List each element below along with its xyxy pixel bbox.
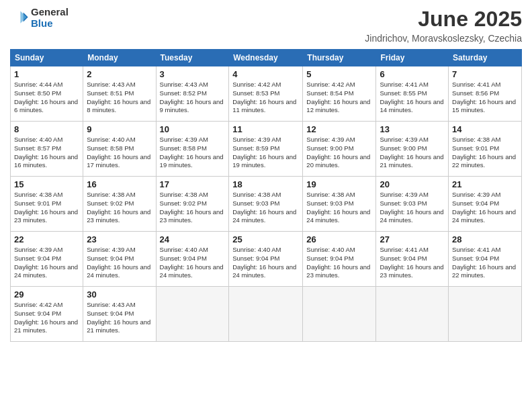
- logo-general: General: [31, 7, 69, 18]
- title-block: June 2025 Jindrichov, Moravskoslezsky, C…: [365, 7, 522, 44]
- col-monday: Monday: [83, 50, 156, 66]
- day-number: 1: [14, 69, 79, 79]
- day-info: Sunrise: 4:40 AM Sunset: 9:04 PM Dayligh…: [232, 246, 299, 280]
- day-info: Sunrise: 4:38 AM Sunset: 9:03 PM Dayligh…: [306, 191, 372, 225]
- day-number: 11: [232, 124, 299, 134]
- day-number: 22: [14, 234, 79, 244]
- calendar-cell: 30 Sunrise: 4:43 AM Sunset: 9:04 PM Dayl…: [83, 287, 156, 342]
- day-number: 20: [380, 179, 445, 189]
- logo-text: General Blue: [31, 7, 69, 29]
- day-info: Sunrise: 4:38 AM Sunset: 9:02 PM Dayligh…: [160, 191, 226, 225]
- day-info: Sunrise: 4:39 AM Sunset: 9:04 PM Dayligh…: [14, 246, 79, 280]
- calendar-cell: 2 Sunrise: 4:43 AM Sunset: 8:51 PM Dayli…: [83, 66, 156, 122]
- day-number: 24: [160, 234, 226, 244]
- calendar-cell: 26 Sunrise: 4:40 AM Sunset: 9:04 PM Dayl…: [303, 232, 376, 287]
- day-number: 16: [87, 179, 152, 189]
- day-info: Sunrise: 4:38 AM Sunset: 9:02 PM Dayligh…: [87, 191, 152, 225]
- month-title: June 2025: [365, 7, 522, 32]
- calendar-cell: 7 Sunrise: 4:41 AM Sunset: 8:56 PM Dayli…: [449, 66, 522, 122]
- calendar-cell: 29 Sunrise: 4:42 AM Sunset: 9:04 PM Dayl…: [11, 287, 83, 342]
- calendar-cell: 28 Sunrise: 4:41 AM Sunset: 9:04 PM Dayl…: [449, 232, 522, 287]
- day-info: Sunrise: 4:42 AM Sunset: 8:54 PM Dayligh…: [306, 81, 372, 115]
- calendar-cell: 23 Sunrise: 4:39 AM Sunset: 9:04 PM Dayl…: [83, 232, 156, 287]
- day-info: Sunrise: 4:39 AM Sunset: 9:04 PM Dayligh…: [452, 191, 518, 225]
- col-tuesday: Tuesday: [156, 50, 229, 66]
- day-number: 6: [380, 69, 445, 79]
- calendar-cell: 27 Sunrise: 4:41 AM Sunset: 9:04 PM Dayl…: [376, 232, 449, 287]
- calendar-cell: 21 Sunrise: 4:39 AM Sunset: 9:04 PM Dayl…: [449, 177, 522, 232]
- day-number: 4: [232, 69, 299, 79]
- col-thursday: Thursday: [303, 50, 376, 66]
- calendar-cell: 18 Sunrise: 4:38 AM Sunset: 9:03 PM Dayl…: [229, 177, 303, 232]
- calendar-cell: 8 Sunrise: 4:40 AM Sunset: 8:57 PM Dayli…: [11, 122, 83, 177]
- day-number: 9: [87, 124, 152, 134]
- day-number: 30: [87, 289, 152, 300]
- day-number: 2: [87, 69, 152, 79]
- calendar-cell: [376, 287, 449, 342]
- calendar-cell: 13 Sunrise: 4:39 AM Sunset: 9:00 PM Dayl…: [376, 122, 449, 177]
- day-info: Sunrise: 4:42 AM Sunset: 9:04 PM Dayligh…: [14, 301, 79, 335]
- day-info: Sunrise: 4:42 AM Sunset: 8:53 PM Dayligh…: [232, 81, 299, 115]
- calendar-cell: [303, 287, 376, 342]
- day-number: 25: [232, 234, 299, 244]
- day-info: Sunrise: 4:39 AM Sunset: 8:58 PM Dayligh…: [160, 136, 226, 170]
- calendar-cell: 20 Sunrise: 4:39 AM Sunset: 9:03 PM Dayl…: [376, 177, 449, 232]
- day-number: 19: [306, 179, 372, 189]
- col-saturday: Saturday: [449, 50, 522, 66]
- calendar-cell: 11 Sunrise: 4:39 AM Sunset: 8:59 PM Dayl…: [229, 122, 303, 177]
- day-info: Sunrise: 4:38 AM Sunset: 9:01 PM Dayligh…: [452, 136, 518, 170]
- page: General Blue June 2025 Jindrichov, Morav…: [0, 0, 532, 411]
- header: General Blue June 2025 Jindrichov, Morav…: [10, 7, 522, 44]
- day-number: 5: [306, 69, 372, 79]
- day-number: 8: [14, 124, 79, 134]
- calendar-week-row: 22 Sunrise: 4:39 AM Sunset: 9:04 PM Dayl…: [11, 232, 522, 287]
- day-number: 29: [14, 289, 79, 300]
- logo-icon: [10, 9, 29, 28]
- calendar-week-row: 15 Sunrise: 4:38 AM Sunset: 9:01 PM Dayl…: [11, 177, 522, 232]
- calendar-header-row: Sunday Monday Tuesday Wednesday Thursday…: [11, 50, 522, 66]
- day-info: Sunrise: 4:40 AM Sunset: 9:04 PM Dayligh…: [306, 246, 372, 280]
- calendar-cell: 12 Sunrise: 4:39 AM Sunset: 9:00 PM Dayl…: [303, 122, 376, 177]
- day-info: Sunrise: 4:43 AM Sunset: 8:52 PM Dayligh…: [160, 81, 226, 115]
- day-info: Sunrise: 4:39 AM Sunset: 9:04 PM Dayligh…: [87, 246, 152, 280]
- col-wednesday: Wednesday: [229, 50, 303, 66]
- day-number: 15: [14, 179, 79, 189]
- calendar-cell: 22 Sunrise: 4:39 AM Sunset: 9:04 PM Dayl…: [11, 232, 83, 287]
- day-info: Sunrise: 4:40 AM Sunset: 8:57 PM Dayligh…: [14, 136, 79, 170]
- day-number: 12: [306, 124, 372, 134]
- calendar-cell: 19 Sunrise: 4:38 AM Sunset: 9:03 PM Dayl…: [303, 177, 376, 232]
- day-info: Sunrise: 4:41 AM Sunset: 8:55 PM Dayligh…: [380, 81, 445, 115]
- day-number: 7: [452, 69, 518, 79]
- day-number: 23: [87, 234, 152, 244]
- location-title: Jindrichov, Moravskoslezsky, Czechia: [365, 33, 522, 44]
- calendar-cell: 6 Sunrise: 4:41 AM Sunset: 8:55 PM Dayli…: [376, 66, 449, 122]
- day-info: Sunrise: 4:39 AM Sunset: 9:00 PM Dayligh…: [306, 136, 372, 170]
- col-friday: Friday: [376, 50, 449, 66]
- logo-blue: Blue: [31, 18, 69, 30]
- day-number: 14: [452, 124, 518, 134]
- day-number: 18: [232, 179, 299, 189]
- calendar-cell: [156, 287, 229, 342]
- day-info: Sunrise: 4:43 AM Sunset: 8:51 PM Dayligh…: [87, 81, 152, 115]
- calendar-week-row: 8 Sunrise: 4:40 AM Sunset: 8:57 PM Dayli…: [11, 122, 522, 177]
- day-info: Sunrise: 4:39 AM Sunset: 9:03 PM Dayligh…: [380, 191, 445, 225]
- day-number: 10: [160, 124, 226, 134]
- day-number: 13: [380, 124, 445, 134]
- day-info: Sunrise: 4:41 AM Sunset: 9:04 PM Dayligh…: [452, 246, 518, 280]
- logo: General Blue: [10, 7, 69, 29]
- day-info: Sunrise: 4:38 AM Sunset: 9:03 PM Dayligh…: [232, 191, 299, 225]
- day-info: Sunrise: 4:44 AM Sunset: 8:50 PM Dayligh…: [14, 81, 79, 115]
- col-sunday: Sunday: [11, 50, 83, 66]
- calendar-cell: [449, 287, 522, 342]
- day-info: Sunrise: 4:41 AM Sunset: 9:04 PM Dayligh…: [380, 246, 445, 280]
- calendar-cell: 4 Sunrise: 4:42 AM Sunset: 8:53 PM Dayli…: [229, 66, 303, 122]
- calendar-cell: 3 Sunrise: 4:43 AM Sunset: 8:52 PM Dayli…: [156, 66, 229, 122]
- calendar-cell: 25 Sunrise: 4:40 AM Sunset: 9:04 PM Dayl…: [229, 232, 303, 287]
- day-number: 27: [380, 234, 445, 244]
- day-info: Sunrise: 4:41 AM Sunset: 8:56 PM Dayligh…: [452, 81, 518, 115]
- day-info: Sunrise: 4:43 AM Sunset: 9:04 PM Dayligh…: [87, 301, 152, 335]
- day-number: 17: [160, 179, 226, 189]
- calendar-week-row: 1 Sunrise: 4:44 AM Sunset: 8:50 PM Dayli…: [11, 66, 522, 122]
- calendar-cell: 16 Sunrise: 4:38 AM Sunset: 9:02 PM Dayl…: [83, 177, 156, 232]
- calendar-cell: 9 Sunrise: 4:40 AM Sunset: 8:58 PM Dayli…: [83, 122, 156, 177]
